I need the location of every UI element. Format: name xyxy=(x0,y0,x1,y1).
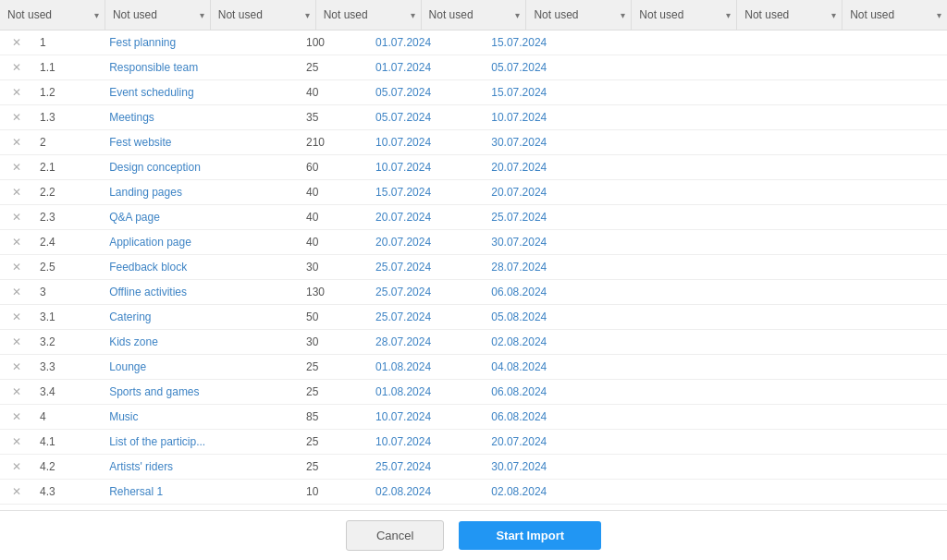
row-extra-3 xyxy=(831,155,947,180)
header-select-7[interactable]: Not usedIDNameDurationStart DateEnd Date xyxy=(632,0,736,30)
row-start-date[interactable]: 02.08.2024 xyxy=(368,480,484,505)
row-delete-icon[interactable]: ✕ xyxy=(0,430,32,455)
row-delete-icon[interactable]: ✕ xyxy=(0,130,32,155)
header-select-6[interactable]: Not usedIDNameDurationStart DateEnd Date xyxy=(526,0,631,30)
row-delete-icon[interactable]: ✕ xyxy=(0,55,32,80)
row-end-date[interactable]: 20.07.2024 xyxy=(484,155,599,180)
header-select-9[interactable]: Not usedIDNameDurationStart DateEnd Date xyxy=(842,0,947,30)
row-id: 2.2 xyxy=(32,180,102,205)
row-name[interactable]: Music xyxy=(102,405,299,430)
row-start-date[interactable]: 25.07.2024 xyxy=(368,280,484,305)
row-start-date[interactable]: 25.07.2024 xyxy=(368,255,484,280)
row-start-date[interactable]: 01.07.2024 xyxy=(368,30,484,55)
row-name[interactable]: Application page xyxy=(102,230,299,255)
row-end-date[interactable]: 05.07.2024 xyxy=(484,55,599,80)
start-import-button[interactable]: Start Import xyxy=(459,521,601,550)
row-delete-icon[interactable]: ✕ xyxy=(0,205,32,230)
row-delete-icon[interactable]: ✕ xyxy=(0,305,32,330)
row-value: 10 xyxy=(299,480,368,505)
row-extra-1 xyxy=(599,355,715,380)
row-name[interactable]: Artists' riders xyxy=(102,455,299,480)
row-end-date[interactable]: 02.08.2024 xyxy=(484,330,599,355)
row-end-date[interactable]: 30.07.2024 xyxy=(484,130,599,155)
row-end-date[interactable]: 25.07.2024 xyxy=(484,205,599,230)
row-end-date[interactable]: 20.07.2024 xyxy=(484,430,599,455)
row-name[interactable]: Offline activities xyxy=(102,280,299,305)
row-end-date[interactable]: 06.08.2024 xyxy=(484,380,599,405)
row-end-date[interactable]: 15.07.2024 xyxy=(484,80,599,105)
row-name[interactable]: Rehersal 1 xyxy=(102,480,299,505)
row-delete-icon[interactable]: ✕ xyxy=(0,80,32,105)
header-select-8[interactable]: Not usedIDNameDurationStart DateEnd Date xyxy=(737,0,842,30)
row-start-date[interactable]: 01.08.2024 xyxy=(368,380,484,405)
row-delete-icon[interactable]: ✕ xyxy=(0,30,32,55)
row-end-date[interactable]: 05.08.2024 xyxy=(484,305,599,330)
row-extra-1 xyxy=(599,455,715,480)
row-delete-icon[interactable]: ✕ xyxy=(0,380,32,405)
cancel-button[interactable]: Cancel xyxy=(346,520,444,551)
table-row: ✕3.3Lounge2501.08.202404.08.2024 xyxy=(0,355,947,380)
row-start-date[interactable]: 01.08.2024 xyxy=(368,355,484,380)
row-name[interactable]: Fest website xyxy=(102,130,299,155)
row-start-date[interactable]: 28.07.2024 xyxy=(368,330,484,355)
row-name[interactable]: Landing pages xyxy=(102,180,299,205)
row-delete-icon[interactable]: ✕ xyxy=(0,480,32,505)
row-delete-icon[interactable]: ✕ xyxy=(0,255,32,280)
header-select-3[interactable]: Not usedIDNameDurationStart DateEnd Date xyxy=(211,0,315,30)
row-name[interactable]: Lounge xyxy=(102,355,299,380)
row-delete-icon[interactable]: ✕ xyxy=(0,180,32,205)
row-end-date[interactable]: 30.07.2024 xyxy=(484,230,599,255)
row-extra-1 xyxy=(599,405,715,430)
row-start-date[interactable]: 01.07.2024 xyxy=(368,55,484,80)
row-start-date[interactable]: 20.07.2024 xyxy=(368,205,484,230)
row-start-date[interactable]: 05.07.2024 xyxy=(368,105,484,130)
row-delete-icon[interactable]: ✕ xyxy=(0,155,32,180)
header-select-1[interactable]: Not usedIDNameDurationStart DateEnd Date xyxy=(0,0,105,30)
header-select-2[interactable]: Not usedIDNameDurationStart DateEnd Date xyxy=(105,0,210,30)
row-name[interactable]: Meetings xyxy=(102,105,299,130)
row-name[interactable]: Q&A page xyxy=(102,205,299,230)
row-end-date[interactable]: 06.08.2024 xyxy=(484,280,599,305)
header-select-4[interactable]: Not usedIDNameDurationStart DateEnd Date xyxy=(316,0,421,30)
row-extra-2 xyxy=(716,205,831,230)
row-delete-icon[interactable]: ✕ xyxy=(0,105,32,130)
row-name[interactable]: Responsible team xyxy=(102,55,299,80)
row-name[interactable]: Design conception xyxy=(102,155,299,180)
row-name[interactable]: Event scheduling xyxy=(102,80,299,105)
row-start-date[interactable]: 25.07.2024 xyxy=(368,305,484,330)
row-end-date[interactable]: 02.08.2024 xyxy=(484,480,599,505)
row-end-date[interactable]: 20.07.2024 xyxy=(484,180,599,205)
row-start-date[interactable]: 15.07.2024 xyxy=(368,180,484,205)
row-end-date[interactable]: 15.07.2024 xyxy=(484,30,599,55)
row-start-date[interactable]: 25.07.2024 xyxy=(368,455,484,480)
row-end-date[interactable]: 04.08.2024 xyxy=(484,355,599,380)
row-name[interactable]: Fest planning xyxy=(102,30,299,55)
row-end-date[interactable]: 28.07.2024 xyxy=(484,255,599,280)
row-start-date[interactable]: 10.07.2024 xyxy=(368,130,484,155)
row-delete-icon[interactable]: ✕ xyxy=(0,355,32,380)
footer: Cancel Start Import xyxy=(0,510,947,560)
row-delete-icon[interactable]: ✕ xyxy=(0,455,32,480)
row-name[interactable]: Feedback block xyxy=(102,255,299,280)
row-start-date[interactable]: 20.07.2024 xyxy=(368,230,484,255)
row-name[interactable]: Kids zone xyxy=(102,330,299,355)
row-name[interactable]: List of the particip... xyxy=(102,430,299,455)
row-delete-icon[interactable]: ✕ xyxy=(0,280,32,305)
row-end-date[interactable]: 10.07.2024 xyxy=(484,105,599,130)
row-start-date[interactable]: 05.07.2024 xyxy=(368,80,484,105)
data-table-scroll[interactable]: ✕1Fest planning10001.07.202415.07.2024✕1… xyxy=(0,30,947,510)
row-name[interactable]: Catering xyxy=(102,305,299,330)
row-delete-icon[interactable]: ✕ xyxy=(0,330,32,355)
header-select-wrapper-7: Not usedIDNameDurationStart DateEnd Date xyxy=(632,0,736,30)
row-name[interactable]: Sports and games xyxy=(102,380,299,405)
header-select-5[interactable]: Not usedIDNameDurationStart DateEnd Date xyxy=(422,0,526,30)
row-delete-icon[interactable]: ✕ xyxy=(0,405,32,430)
row-start-date[interactable]: 10.07.2024 xyxy=(368,405,484,430)
row-end-date[interactable]: 06.08.2024 xyxy=(484,405,599,430)
row-start-date[interactable]: 10.07.2024 xyxy=(368,155,484,180)
row-delete-icon[interactable]: ✕ xyxy=(0,230,32,255)
row-extra-2 xyxy=(716,230,831,255)
row-end-date[interactable]: 30.07.2024 xyxy=(484,455,599,480)
row-start-date[interactable]: 10.07.2024 xyxy=(368,430,484,455)
row-extra-1 xyxy=(599,230,715,255)
